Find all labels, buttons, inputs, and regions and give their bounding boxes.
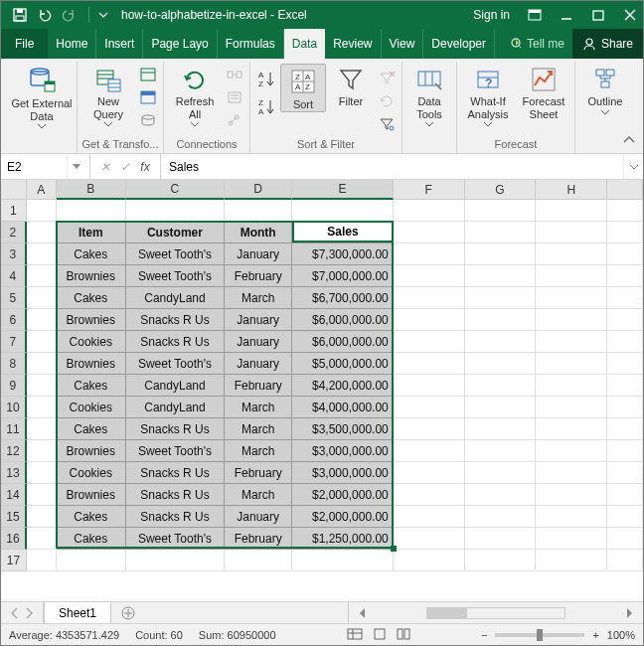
- cell-F11[interactable]: [394, 418, 465, 440]
- cell-G10[interactable]: [465, 397, 537, 418]
- cell-H12[interactable]: [536, 440, 607, 462]
- col-header-A[interactable]: A: [27, 180, 57, 200]
- cell-I9[interactable]: [607, 375, 643, 397]
- expand-formula-bar-icon[interactable]: [623, 154, 643, 179]
- row-header-17[interactable]: 17: [1, 550, 27, 571]
- cell-D16[interactable]: February: [225, 528, 292, 550]
- cell-B3[interactable]: Cakes: [57, 243, 126, 265]
- recent-sources-icon[interactable]: [137, 109, 159, 131]
- clear-filter-icon[interactable]: [376, 68, 398, 89]
- cell-G16[interactable]: [465, 528, 537, 550]
- cell-A15[interactable]: [27, 506, 57, 528]
- scrollbar-track[interactable]: [426, 607, 565, 619]
- cell-F9[interactable]: [394, 375, 465, 397]
- cell-C7[interactable]: Snacks R Us: [126, 331, 226, 353]
- tab-view[interactable]: View: [382, 29, 424, 59]
- cell-F3[interactable]: [394, 243, 465, 265]
- cell-E11[interactable]: $3,500,000.00: [292, 418, 394, 440]
- cell-B10[interactable]: Cookies: [57, 397, 126, 418]
- horizontal-scrollbar[interactable]: [348, 602, 643, 623]
- row-header-3[interactable]: 3: [1, 243, 27, 265]
- col-header-blank[interactable]: [607, 180, 643, 200]
- sheet-tab-sheet1[interactable]: Sheet1: [44, 601, 111, 623]
- cell-I15[interactable]: [607, 506, 643, 528]
- cell-I14[interactable]: [607, 484, 643, 506]
- cell-H8[interactable]: [536, 353, 607, 375]
- minimize-icon[interactable]: [560, 8, 573, 22]
- filter-button[interactable]: Filter: [328, 64, 374, 108]
- cell-F16[interactable]: [394, 528, 465, 550]
- cell-A4[interactable]: [27, 265, 57, 287]
- cell-F14[interactable]: [394, 484, 465, 506]
- cell-I7[interactable]: [607, 331, 643, 353]
- cell-G8[interactable]: [465, 353, 537, 375]
- cell-I5[interactable]: [607, 287, 643, 309]
- data-tools-button[interactable]: Data Tools: [406, 64, 452, 127]
- row-header-16[interactable]: 16: [1, 528, 27, 550]
- col-header-G[interactable]: G: [465, 180, 537, 200]
- cell-C1[interactable]: [126, 200, 226, 222]
- cell-E8[interactable]: $5,000,000.00: [292, 353, 394, 375]
- cell-I13[interactable]: [607, 462, 643, 484]
- cell-G12[interactable]: [465, 440, 537, 462]
- row-header-1[interactable]: 1: [1, 200, 27, 222]
- sort-button[interactable]: ZAAZ Sort: [280, 64, 326, 112]
- cell-A16[interactable]: [27, 528, 57, 550]
- cell-D8[interactable]: January: [225, 353, 292, 375]
- zoom-in-icon[interactable]: +: [592, 629, 598, 641]
- cell-A8[interactable]: [27, 353, 57, 375]
- add-sheet-button[interactable]: [111, 602, 145, 623]
- page-layout-view-icon[interactable]: [373, 628, 387, 642]
- cell-G17[interactable]: [465, 550, 537, 571]
- file-tab[interactable]: File: [1, 29, 48, 59]
- save-icon[interactable]: [13, 8, 27, 22]
- col-header-H[interactable]: H: [536, 180, 607, 200]
- cell-G11[interactable]: [465, 418, 537, 440]
- advanced-filter-icon[interactable]: [376, 113, 398, 135]
- cell-C17[interactable]: [126, 550, 226, 571]
- cell-G1[interactable]: [465, 200, 537, 222]
- cell-H4[interactable]: [536, 265, 607, 287]
- cell-G5[interactable]: [465, 287, 537, 309]
- cell-E14[interactable]: $2,000,000.00: [292, 484, 394, 506]
- cell-A14[interactable]: [27, 484, 57, 506]
- from-table-icon[interactable]: [137, 86, 159, 108]
- cell-G13[interactable]: [465, 462, 537, 484]
- refresh-all-button[interactable]: Refresh All: [168, 64, 222, 127]
- cell-E2[interactable]: Sales: [292, 222, 394, 243]
- cell-C15[interactable]: Snacks R Us: [126, 506, 226, 528]
- cell-E9[interactable]: $4,200,000.00: [292, 375, 394, 397]
- name-box-dropdown-icon[interactable]: [67, 154, 84, 179]
- cell-A7[interactable]: [27, 331, 57, 353]
- sort-az-icon[interactable]: AZ: [254, 68, 278, 91]
- cell-C6[interactable]: Snacks R Us: [126, 309, 226, 331]
- cell-D6[interactable]: January: [225, 309, 292, 331]
- cell-D9[interactable]: February: [225, 375, 292, 397]
- cell-A9[interactable]: [27, 375, 57, 397]
- cell-G15[interactable]: [465, 506, 537, 528]
- row-header-4[interactable]: 4: [1, 265, 27, 287]
- cell-H14[interactable]: [536, 484, 607, 506]
- maximize-icon[interactable]: [591, 8, 605, 22]
- row-header-11[interactable]: 11: [1, 418, 27, 440]
- cell-G9[interactable]: [465, 375, 537, 397]
- cell-F10[interactable]: [394, 397, 465, 418]
- cancel-formula-icon[interactable]: ✕: [96, 160, 114, 174]
- cell-E15[interactable]: $2,000,000.00: [292, 506, 394, 528]
- cell-C14[interactable]: Snacks R Us: [126, 484, 226, 506]
- cell-B15[interactable]: Cakes: [57, 506, 126, 528]
- cell-A6[interactable]: [27, 309, 57, 331]
- cell-H9[interactable]: [536, 375, 607, 397]
- cell-F15[interactable]: [394, 506, 465, 528]
- cell-G2[interactable]: [465, 222, 537, 243]
- cell-E5[interactable]: $6,700,000.00: [292, 287, 394, 309]
- cell-E12[interactable]: $3,000,000.00: [292, 440, 394, 462]
- cell-C2[interactable]: Customer: [126, 222, 226, 243]
- forecast-sheet-button[interactable]: Forecast Sheet: [517, 64, 570, 120]
- cell-D3[interactable]: January: [225, 243, 292, 265]
- row-header-15[interactable]: 15: [1, 506, 27, 528]
- cell-D17[interactable]: [225, 550, 292, 571]
- cell-E10[interactable]: $4,000,000.00: [292, 397, 394, 418]
- cell-G7[interactable]: [465, 331, 537, 353]
- cell-H11[interactable]: [536, 418, 607, 440]
